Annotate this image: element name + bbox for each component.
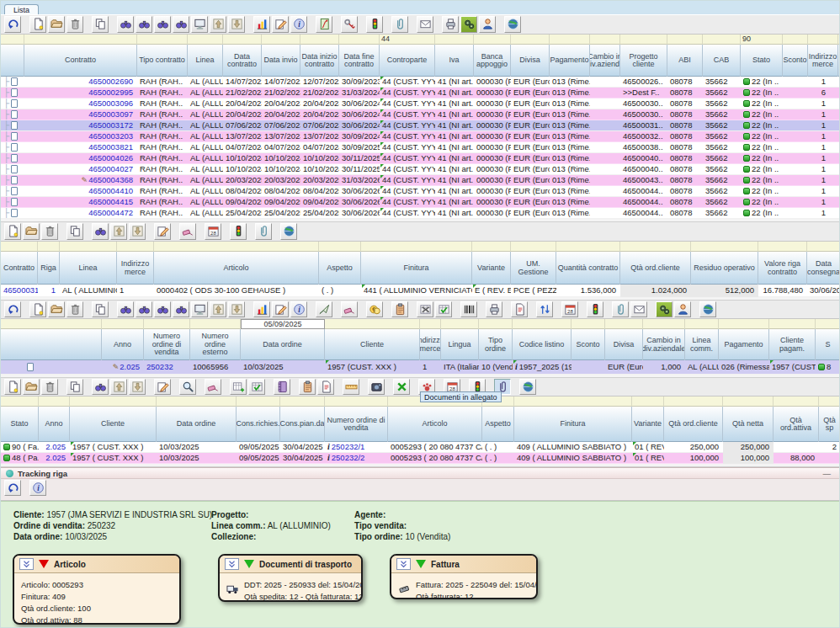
col-header-indirizzo[interactable]: Indirizzo merce: [117, 252, 154, 285]
key-dates-button[interactable]: [341, 16, 358, 33]
contract-row-4650003821[interactable]: ├4650003821RAH (RAH..AL (ALLU..04/07/202…: [1, 142, 840, 153]
filter-controparte[interactable]: 44: [380, 35, 435, 45]
order-row-250232/1[interactable]: 90 ( Fa..2.0251957 ( CUST. XXX )10/03/20…: [1, 442, 840, 453]
filter-qta_cliente[interactable]: [664, 396, 723, 407]
filter-cambio[interactable]: [590, 35, 620, 45]
cell-contratto[interactable]: 4650004415: [24, 197, 137, 208]
new-document-button[interactable]: [29, 301, 46, 317]
filter-cons_richies[interactable]: [237, 396, 280, 407]
filter-data_ordine[interactable]: 05/09/2025: [241, 319, 325, 329]
filter-codice[interactable]: [513, 319, 572, 329]
filter-cliente[interactable]: [325, 319, 420, 329]
tab-lista[interactable]: Lista: [4, 4, 39, 14]
col-header-cliente[interactable]: Cliente: [325, 329, 420, 360]
filter-aspetto[interactable]: [319, 242, 361, 252]
import-button[interactable]: [210, 16, 226, 33]
filter-contratto[interactable]: [24, 35, 137, 45]
open-folder-button[interactable]: [23, 223, 40, 240]
contract-row-4650004410[interactable]: ├4650004410RAH (RAH..AL (ALLU..08/04/202…: [1, 186, 840, 197]
filter-num_vendita[interactable]: [144, 319, 190, 329]
col-header-abi[interactable]: ABI: [667, 45, 703, 77]
export-button[interactable]: [129, 223, 146, 240]
export-button[interactable]: [228, 16, 245, 33]
col-header-qta_ord[interactable]: Qtà ord.cliente: [620, 252, 691, 285]
zoom-button[interactable]: [179, 379, 196, 395]
col-header-valore[interactable]: Valore riga contratto: [758, 252, 807, 285]
contract-row-4650003203[interactable]: ├4650003203RAH (RAH..AL (ALLU..13/07/202…: [1, 131, 840, 142]
settings-gears-button[interactable]: [656, 301, 673, 317]
open-folder-button[interactable]: [48, 16, 65, 33]
filter-valore[interactable]: [758, 242, 807, 252]
col-header-indirizzo[interactable]: Indirizzo merce: [808, 45, 838, 77]
cell-num_vendita[interactable]: i250232/2: [325, 453, 388, 464]
export-button[interactable]: [228, 301, 245, 317]
attachment-button[interactable]: [391, 16, 408, 33]
user-button[interactable]: [674, 301, 691, 317]
filter-quantita[interactable]: [556, 242, 620, 252]
col-header-um[interactable]: UM. Gestione: [511, 252, 556, 285]
filter-pagamento[interactable]: [719, 319, 769, 329]
col-header-divisa[interactable]: Divisa: [511, 45, 550, 77]
mail-button[interactable]: [630, 301, 647, 317]
col-header-contratto[interactable]: Contratto: [1, 252, 38, 285]
filter-variante[interactable]: [632, 396, 664, 407]
green-cross-button[interactable]: [393, 379, 410, 395]
cell-contratto[interactable]: 4650004410: [24, 186, 137, 197]
cell-contratto[interactable]: 4650003821: [24, 142, 137, 153]
filter-d3[interactable]: [300, 35, 339, 45]
search-filter-button[interactable]: [154, 301, 171, 317]
info-button[interactable]: i: [29, 480, 46, 496]
col-header-data[interactable]: Data consegna: [807, 252, 840, 285]
filter-articolo[interactable]: [154, 242, 319, 252]
new-document-button[interactable]: [29, 16, 46, 33]
filter-data_ordine[interactable]: [157, 396, 237, 407]
search-button[interactable]: [117, 301, 134, 317]
filter-cliente_pagam[interactable]: [769, 319, 816, 329]
filter-abi[interactable]: [667, 35, 703, 45]
col-header-progetto[interactable]: Progetto cliente: [620, 45, 667, 77]
table-cross-button[interactable]: [417, 301, 433, 317]
col-header-lingua[interactable]: Lingua: [441, 329, 479, 360]
filter-cliente[interactable]: [70, 396, 157, 407]
col-header-cons_richies[interactable]: Cons.richies.: [237, 407, 280, 442]
filter-stato[interactable]: 90: [741, 35, 783, 45]
search-next-button[interactable]: [136, 301, 152, 317]
chart-button[interactable]: [253, 301, 270, 317]
col-header-anno[interactable]: Anno: [39, 407, 70, 442]
binder-button[interactable]: [274, 379, 290, 395]
web-button[interactable]: [280, 223, 297, 240]
traffic-light-button[interactable]: [366, 16, 383, 33]
filter-cab[interactable]: [703, 35, 741, 45]
search-all-button[interactable]: [173, 16, 189, 33]
ruler-button[interactable]: [343, 379, 359, 395]
col-header-cambio[interactable]: Cambio in div.aziendale: [643, 329, 685, 360]
cell-num_vendita[interactable]: i250232/1: [325, 442, 388, 453]
search-button[interactable]: [92, 223, 109, 240]
col-header-aspetto[interactable]: Aspetto: [482, 407, 514, 442]
col-header-finitura[interactable]: Finitura: [361, 252, 472, 285]
col-header-codice[interactable]: Codice listino: [513, 329, 572, 360]
col-header-iva[interactable]: Iva: [435, 45, 474, 77]
col-header-d4[interactable]: Data fine contratto: [339, 45, 380, 77]
filter-anno[interactable]: [39, 396, 70, 407]
web-button[interactable]: [504, 16, 521, 33]
filter-indirizzo[interactable]: [117, 242, 154, 252]
col-header-sconto[interactable]: Sconto: [572, 329, 605, 360]
col-header-d1[interactable]: Data contratto: [223, 45, 262, 77]
eraser-button[interactable]: [341, 301, 358, 317]
filter-banca[interactable]: [474, 35, 511, 45]
filter-divisa[interactable]: [605, 319, 643, 329]
col-header-aspetto[interactable]: Aspetto: [319, 252, 361, 285]
col-header-num_vendita[interactable]: Numero ordine di vendita: [325, 407, 388, 442]
col-header-num_esterno[interactable]: Numero ordine esterno: [190, 329, 241, 360]
edit-button[interactable]: [154, 223, 171, 240]
clipboard-button[interactable]: [299, 379, 316, 395]
new-document-button[interactable]: [4, 223, 21, 240]
clipboard-button[interactable]: [391, 301, 408, 317]
col-header-cliente_pagam[interactable]: Cliente pagam.: [769, 329, 816, 360]
contract-detail-row[interactable]: 46500031..1AL ( ALLUMINIO )10000402 ( OD…: [1, 285, 840, 297]
col-header-tipo_ordine[interactable]: Tipo ordine: [479, 329, 513, 360]
settings-gears-button[interactable]: [460, 16, 477, 33]
chart-button[interactable]: [253, 16, 270, 33]
filter-progetto[interactable]: [620, 35, 667, 45]
